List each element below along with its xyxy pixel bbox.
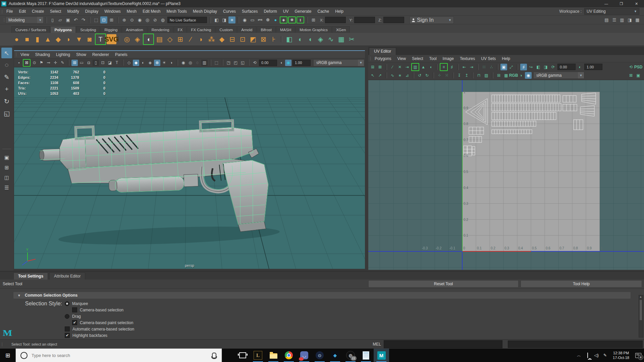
shelf-tab-rigging[interactable]: Rigging [100, 26, 121, 33]
align-min-v-icon[interactable]: ↧ [456, 72, 463, 79]
viewport-gamma-field[interactable]: 1.00 [292, 60, 311, 66]
common-selection-options-section[interactable]: ▼ Common Selection Options [13, 292, 631, 299]
panel-grip[interactable]: ┆ [14, 53, 17, 56]
taskbar-clock[interactable]: 12:38 PM17-Oct-18 [609, 351, 633, 360]
shelf-tab-mash[interactable]: MASH [276, 26, 295, 33]
extrude-icon[interactable]: ▤ [155, 34, 164, 44]
align-max-v-icon[interactable]: ↥ [463, 72, 470, 79]
save-scene-icon[interactable]: ▣ [64, 16, 71, 23]
shelf-tab-arnold[interactable]: Arnold [237, 26, 256, 33]
league-of-legends-icon[interactable]: L [250, 349, 266, 362]
shadows-icon[interactable]: ⊗ [154, 60, 160, 66]
plugin-shapes-icon[interactable]: ⬚ [213, 60, 220, 66]
checker-map-icon[interactable]: ▩ [503, 72, 509, 79]
xray-icon[interactable]: ▥ [201, 60, 208, 66]
taskbar-search[interactable] [15, 348, 222, 362]
grease-pencil-icon[interactable]: ✎ [59, 60, 66, 66]
unfold-tool-icon[interactable]: ≡ [440, 63, 448, 71]
select-component-icon[interactable]: ⊞ [108, 16, 115, 23]
radio-marquee[interactable] [65, 301, 69, 306]
pause-viewport-icon[interactable]: ‖ [297, 16, 304, 23]
cluster-icon[interactable]: ◖ [295, 34, 305, 44]
chrome-icon[interactable] [281, 349, 297, 362]
cut-sew-tool-icon[interactable]: ▥ [411, 63, 419, 71]
shelf-tab-rendering[interactable]: Rendering [148, 26, 173, 33]
uv-texture-editor-baking-icon[interactable]: ▣ [635, 72, 642, 79]
shelf-tab-custom[interactable]: Custom [216, 26, 237, 33]
field-chart-icon[interactable]: ⊡ [100, 60, 106, 66]
shelf-tab-fx-caching[interactable]: FX Caching [187, 26, 215, 33]
battlenet-icon[interactable]: ◆ [327, 349, 343, 362]
open-scene-icon[interactable]: ▱ [57, 16, 64, 23]
paint-select-tool-icon[interactable]: ✎ [1, 72, 12, 82]
z-input[interactable] [383, 17, 404, 23]
snap-projected-center-icon[interactable]: ◎ [144, 16, 151, 23]
tray-chevron-icon[interactable]: ︿ [575, 353, 583, 358]
poly-disc-icon[interactable]: ▼ [74, 34, 84, 44]
safe-action-icon[interactable]: ◪ [107, 60, 113, 66]
minimize-button[interactable]: — [599, 0, 614, 7]
contrast-icon[interactable]: ◖ [278, 60, 284, 66]
gun-model[interactable] [39, 119, 280, 248]
menu-modify[interactable]: Modify [64, 9, 82, 14]
camera-attributes-icon[interactable]: ⊙ [31, 60, 38, 66]
uv-contrast-icon[interactable]: ◐ [577, 64, 583, 70]
toolbar-grip[interactable]: ┆ [2, 18, 5, 22]
back-color-icon[interactable]: ◨ [542, 64, 549, 70]
isolate-select-icon[interactable]: ◌ [194, 60, 201, 66]
rotate-cw-icon[interactable]: ↻ [424, 72, 430, 79]
speaker-icon[interactable]: ◁) [592, 353, 601, 358]
new-scene-icon[interactable]: ▯ [49, 16, 56, 23]
viewport-menu-show[interactable]: Show [73, 52, 89, 57]
checkbox-automatic-camera-based-selection[interactable] [65, 326, 70, 331]
menu-deform[interactable]: Deform [261, 9, 280, 14]
statusbar-grip[interactable]: ┆ [0, 343, 3, 346]
smooth-icon[interactable]: ◖ [143, 34, 154, 45]
radio-drag[interactable] [65, 314, 69, 319]
grid-toggle-icon[interactable]: ⊞ [71, 60, 78, 66]
steam-icon[interactable]: ⊙ [312, 349, 327, 362]
blend-shape-icon[interactable]: ◖ [305, 34, 315, 44]
mel-command-input[interactable] [384, 340, 502, 348]
pane-layout-icon[interactable]: ◰ [232, 60, 239, 66]
separate-icon[interactable]: ◈ [132, 34, 142, 44]
y-input[interactable] [354, 17, 375, 23]
menu-surfaces[interactable]: Surfaces [239, 9, 261, 14]
wrap-icon[interactable]: ◈ [316, 34, 325, 44]
shelf-tab-bifrost[interactable]: Bifrost [257, 26, 276, 33]
bookmark-icon[interactable]: ⚑ [38, 60, 45, 66]
menu-mesh-tools[interactable]: Mesh Tools [164, 9, 190, 14]
task-view-icon[interactable] [235, 349, 250, 362]
wireframe-icon[interactable]: ◇ [126, 60, 132, 66]
file-explorer-icon[interactable] [266, 349, 281, 362]
lasso-tool-icon[interactable]: ◌ [1, 60, 12, 70]
menu-create[interactable]: Create [29, 9, 47, 14]
align-left-icon[interactable]: ⇤ [461, 64, 468, 70]
uv-menu-image[interactable]: Image [440, 56, 457, 61]
flip-v-icon[interactable]: ◖ [427, 64, 434, 70]
grid-options-icon[interactable]: ⊞ [310, 16, 317, 23]
output-connections-icon[interactable]: ◨ [221, 16, 228, 23]
live-surface-field[interactable]: No Live Surface [167, 17, 207, 23]
wire-tool-icon[interactable]: ∿ [326, 34, 336, 44]
redo-icon[interactable]: ↷ [80, 16, 87, 23]
layout-four-pane-icon[interactable]: ⊞ [2, 163, 12, 172]
tool-settings-scrollbar[interactable] [639, 295, 643, 338]
shaded-icon[interactable]: ◆ [133, 60, 139, 66]
target-weld-icon[interactable]: ◗ [196, 34, 206, 44]
front-color-icon[interactable]: ◧ [535, 64, 542, 70]
uv-gamma-field[interactable]: 1.00 [584, 64, 602, 70]
menu-help[interactable]: Help [332, 9, 346, 14]
poly-svg-icon[interactable]: SVG [107, 34, 116, 44]
shelf-tab-motion-graphics[interactable]: Motion Graphics [296, 26, 332, 33]
psd-network-icon[interactable]: PSD [635, 64, 642, 70]
move-tool-icon[interactable]: + [1, 84, 12, 95]
unfold-uv-icon[interactable]: ∗ [396, 72, 403, 79]
soft-mod-icon[interactable]: ◧ [284, 34, 294, 44]
depth-of-field-icon[interactable]: ◎ [187, 60, 194, 66]
menu-edit-mesh[interactable]: Edit Mesh [140, 9, 163, 14]
poly-torus-icon[interactable]: ◆ [53, 34, 63, 44]
poly-sphere-icon[interactable]: ● [12, 34, 21, 44]
exposure-reset-icon[interactable]: ⟲ [252, 60, 258, 66]
hypershade-icon[interactable]: ● [272, 16, 279, 23]
